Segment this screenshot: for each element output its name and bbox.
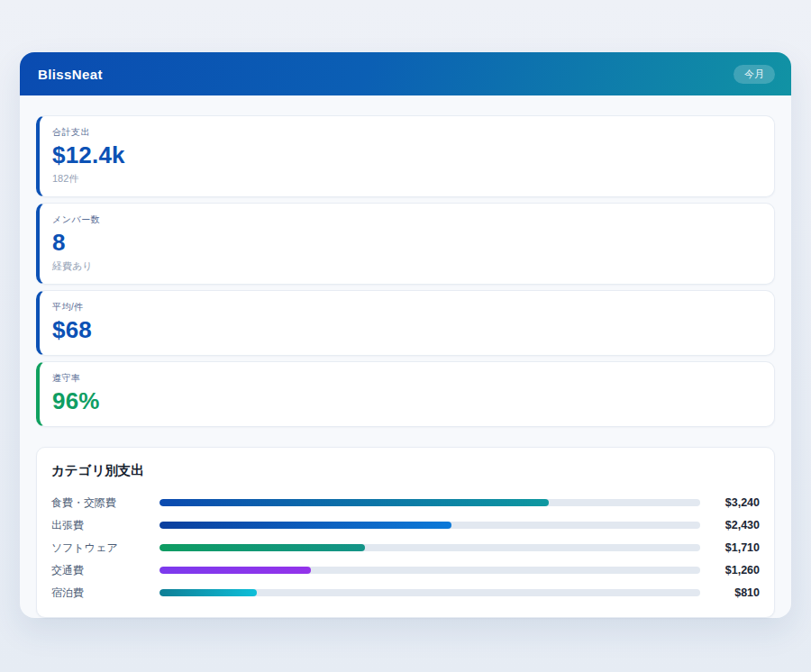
category-row: 宿泊費$810 (51, 582, 760, 604)
category-label: 宿泊費 (51, 586, 159, 601)
stat-card: 合計支出$12.4k182件 (36, 115, 775, 197)
stats-section: 合計支出$12.4k182件メンバー数8経費あり平均/件$68遵守率96% (20, 95, 791, 427)
stat-card: 遵守率96% (36, 361, 775, 427)
app-header: BlissNeat 今月 (20, 52, 791, 95)
stat-value: 8 (52, 230, 761, 257)
stat-value: 96% (52, 388, 761, 415)
category-value: $3,240 (700, 496, 760, 509)
bar-fill (159, 544, 365, 551)
stat-label: 合計支出 (52, 126, 761, 139)
stat-value: $12.4k (52, 142, 761, 169)
app-title: BlissNeat (38, 67, 103, 82)
category-label: 出張費 (51, 518, 159, 533)
category-value: $1,260 (700, 564, 760, 577)
category-row: 交通費$1,260 (51, 559, 760, 582)
bar-track (159, 544, 700, 551)
category-value: $810 (700, 586, 760, 599)
bar-track (159, 499, 700, 506)
stat-value: $68 (52, 317, 761, 344)
bar-track (159, 522, 700, 529)
category-label: 交通費 (51, 563, 159, 578)
stat-card: メンバー数8経費あり (36, 203, 775, 285)
stat-label: 平均/件 (52, 301, 761, 313)
category-label: 食費・交際費 (51, 495, 159, 511)
category-value: $1,710 (700, 541, 760, 554)
category-row: ソフトウェア$1,710 (51, 537, 760, 559)
stat-card: 平均/件$68 (36, 290, 775, 356)
bar-track (159, 589, 700, 596)
stat-subtext: 経費あり (52, 259, 761, 273)
dashboard-panel: BlissNeat 今月 合計支出$12.4k182件メンバー数8経費あり平均/… (20, 52, 791, 618)
category-value: $2,430 (700, 519, 760, 531)
category-row: 出張費$2,430 (51, 514, 760, 537)
category-row: 食費・交際費$3,240 (51, 492, 760, 514)
category-label: ソフトウェア (51, 540, 159, 556)
period-badge[interactable]: 今月 (734, 65, 775, 84)
stat-label: メンバー数 (52, 213, 761, 226)
bar-fill (159, 589, 257, 596)
category-bar-list: 食費・交際費$3,240出張費$2,430ソフトウェア$1,710交通費$1,2… (51, 492, 760, 604)
stat-label: 遵守率 (52, 372, 761, 385)
bar-track (159, 567, 700, 574)
stat-subtext: 182件 (52, 172, 761, 186)
bar-fill (159, 567, 311, 574)
bar-fill (159, 522, 451, 529)
category-card-title: カテゴリ別支出 (51, 462, 760, 479)
bar-fill (159, 499, 549, 506)
category-breakdown-card: カテゴリ別支出 食費・交際費$3,240出張費$2,430ソフトウェア$1,71… (36, 447, 775, 618)
